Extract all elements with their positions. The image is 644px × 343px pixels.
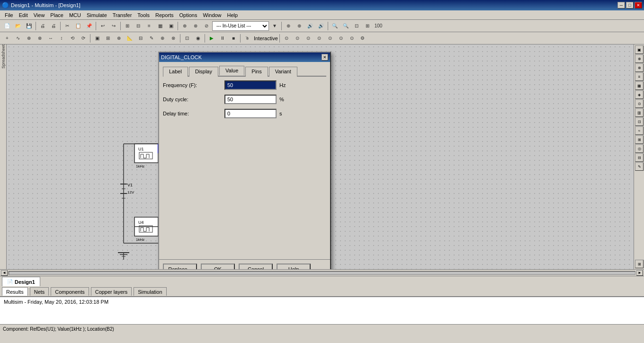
zoom-area-btn[interactable]: ⊞ bbox=[362, 21, 373, 31]
tb2-1[interactable]: + bbox=[2, 33, 12, 44]
replace-button[interactable]: Replace... bbox=[163, 264, 197, 269]
tb2-25[interactable]: ⊙ bbox=[347, 33, 357, 44]
tb2-18[interactable]: ◉ bbox=[193, 33, 203, 44]
sidebar-btn-10[interactable]: ≈ bbox=[635, 126, 644, 135]
interactive-btn[interactable]: 🖱 bbox=[242, 33, 252, 44]
maximize-button[interactable]: □ bbox=[626, 2, 634, 9]
save-btn[interactable]: 💾 bbox=[24, 21, 34, 31]
menu-reports[interactable]: Reports bbox=[152, 11, 177, 19]
paste-btn[interactable]: 📌 bbox=[84, 21, 94, 31]
help-button[interactable]: Help bbox=[277, 264, 311, 269]
tb2-17[interactable]: ⊡ bbox=[182, 33, 192, 44]
canvas-area[interactable]: U1 1kHz S1 U3 1kHz V1 12V bbox=[7, 44, 634, 269]
tb-extra12[interactable]: 🔊 bbox=[316, 21, 326, 31]
tb2-15[interactable]: ⊕ bbox=[157, 33, 168, 44]
delay-time-input[interactable] bbox=[224, 109, 277, 118]
tb2-24[interactable]: ⊙ bbox=[336, 33, 346, 44]
tb-extra3[interactable]: ≡ bbox=[144, 21, 154, 31]
print2-btn[interactable]: 🖨 bbox=[48, 21, 59, 31]
tb-extra8[interactable]: ⊘ bbox=[201, 21, 212, 31]
tab-value[interactable]: Value bbox=[219, 66, 244, 76]
sidebar-btn-3[interactable]: ⊗ bbox=[635, 63, 644, 72]
tb-extra10[interactable]: ⊕ bbox=[294, 21, 304, 31]
tb2-21[interactable]: ⊙ bbox=[303, 33, 313, 44]
tb-extra7[interactable]: ⊗ bbox=[190, 21, 201, 31]
menu-tools[interactable]: Tools bbox=[134, 11, 152, 19]
tab-display[interactable]: Display bbox=[189, 67, 218, 77]
horizontal-scrollbar[interactable]: ◄ ► bbox=[0, 269, 644, 276]
tb2-8[interactable]: ⟳ bbox=[78, 33, 89, 44]
tb-extra9[interactable]: ⊕ bbox=[283, 21, 294, 31]
menu-place[interactable]: Place bbox=[47, 11, 66, 19]
tb-extra11[interactable]: 🔊 bbox=[305, 21, 315, 31]
log-tab-components[interactable]: Components bbox=[51, 287, 89, 296]
tb2-10[interactable]: ⊞ bbox=[103, 33, 113, 44]
sidebar-bottom-btn[interactable]: ⊞ bbox=[635, 260, 644, 268]
ok-button[interactable]: OK bbox=[201, 264, 235, 269]
menu-simulate[interactable]: Simulate bbox=[84, 11, 110, 19]
sidebar-btn-7[interactable]: ⊙ bbox=[635, 99, 644, 108]
scroll-right[interactable]: ► bbox=[636, 270, 643, 276]
tb-extra2[interactable]: ⊟ bbox=[133, 21, 143, 31]
zoom-out-btn[interactable]: 🔍 bbox=[330, 21, 340, 31]
tb-extra4[interactable]: ▦ bbox=[155, 21, 165, 31]
sidebar-btn-1[interactable]: ▣ bbox=[635, 45, 644, 54]
tb2-5[interactable]: ↔ bbox=[45, 33, 56, 44]
print-btn[interactable]: 🖨 bbox=[37, 21, 48, 31]
copy-btn[interactable]: 📋 bbox=[73, 21, 83, 31]
tb2-26[interactable]: ⚙ bbox=[358, 33, 368, 44]
sidebar-btn-4[interactable]: ≡ bbox=[635, 72, 644, 81]
duty-cycle-input[interactable] bbox=[224, 95, 277, 104]
tb2-6[interactable]: ↕ bbox=[56, 33, 67, 44]
scroll-left[interactable]: ◄ bbox=[1, 270, 8, 276]
log-tab-nets[interactable]: Nets bbox=[30, 287, 49, 296]
menu-options[interactable]: Options bbox=[177, 11, 200, 19]
menu-help[interactable]: Help bbox=[224, 11, 241, 19]
tb2-16[interactable]: ⊗ bbox=[168, 33, 179, 44]
menu-view[interactable]: View bbox=[31, 11, 48, 19]
cancel-button[interactable]: Cancel bbox=[239, 264, 273, 269]
tb2-4[interactable]: ⊗ bbox=[35, 33, 45, 44]
menu-window[interactable]: Window bbox=[200, 11, 224, 19]
tab-pins[interactable]: Pins bbox=[245, 67, 268, 77]
play-btn[interactable]: ▶ bbox=[206, 33, 217, 44]
sidebar-btn-2[interactable]: ⊕ bbox=[635, 54, 644, 63]
sidebar-btn-11[interactable]: ⊞ bbox=[635, 135, 644, 144]
frequency-input[interactable] bbox=[224, 80, 277, 90]
tb-extra6[interactable]: ⊕ bbox=[179, 21, 190, 31]
close-button[interactable]: ✕ bbox=[635, 2, 642, 9]
cut-btn[interactable]: ✂ bbox=[62, 21, 72, 31]
log-tab-results[interactable]: Results bbox=[2, 287, 28, 296]
pause-btn[interactable]: ⏸ bbox=[217, 33, 228, 44]
sidebar-btn-13[interactable]: ⊟ bbox=[635, 153, 644, 162]
sidebar-btn-14[interactable]: ✎ bbox=[635, 162, 644, 171]
tb2-23[interactable]: ⊙ bbox=[325, 33, 335, 44]
redo-btn[interactable]: ↪ bbox=[108, 21, 119, 31]
tb-extra5[interactable]: ▣ bbox=[166, 21, 176, 31]
tb2-19[interactable]: ⊙ bbox=[281, 33, 292, 44]
menu-edit[interactable]: Edit bbox=[16, 11, 31, 19]
new-btn[interactable]: 📄 bbox=[2, 21, 12, 31]
in-use-list-dropdown[interactable]: --- In-Use List --- bbox=[212, 21, 269, 31]
sidebar-btn-5[interactable]: ▦ bbox=[635, 81, 644, 90]
tab-design1[interactable]: 📄 Design1 bbox=[2, 277, 40, 286]
dropdown-arrow[interactable]: ▼ bbox=[269, 21, 280, 31]
dialog-close-button[interactable]: ✕ bbox=[322, 54, 328, 61]
sidebar-btn-8[interactable]: ▥ bbox=[635, 108, 644, 117]
tb2-20[interactable]: ⊙ bbox=[292, 33, 303, 44]
tb2-13[interactable]: ⊟ bbox=[135, 33, 146, 44]
minimize-button[interactable]: ─ bbox=[617, 2, 625, 9]
sidebar-btn-6[interactable]: ◈ bbox=[635, 90, 644, 99]
open-btn[interactable]: 📂 bbox=[13, 21, 23, 31]
log-tab-copper[interactable]: Copper layers bbox=[91, 287, 132, 296]
zoom-in-btn[interactable]: 🔍 bbox=[340, 21, 351, 31]
tab-variant[interactable]: Variant bbox=[269, 67, 297, 77]
tb2-3[interactable]: ⊕ bbox=[24, 33, 34, 44]
tb2-7[interactable]: ⟲ bbox=[67, 33, 78, 44]
stop-btn[interactable]: ■ bbox=[228, 33, 239, 44]
tb2-22[interactable]: ⊙ bbox=[314, 33, 324, 44]
zoom-100-btn[interactable]: 100 bbox=[373, 21, 384, 31]
menu-mcu[interactable]: MCU bbox=[66, 11, 84, 19]
sidebar-btn-12[interactable]: ◎ bbox=[635, 144, 644, 153]
tb2-2[interactable]: ∿ bbox=[13, 33, 23, 44]
